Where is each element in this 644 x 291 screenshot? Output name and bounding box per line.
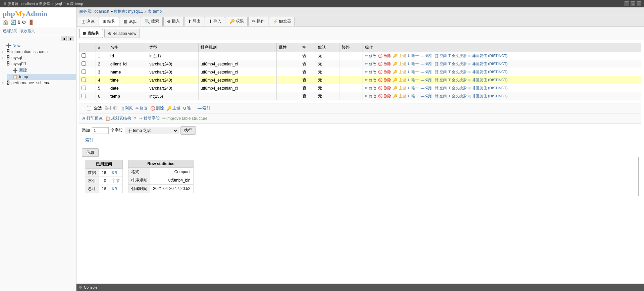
action-primary-btn[interactable]: 🔑 主键 — [167, 105, 180, 111]
minimize-btn[interactable]: ─ — [625, 1, 629, 6]
row-unique-0[interactable]: U 唯一 — [408, 54, 419, 58]
row-unique-1[interactable]: U 唯一 — [408, 62, 419, 66]
row-spatial-4[interactable]: ▦ 空间 — [435, 86, 447, 90]
row-delete-3[interactable]: 🚫 删除 — [378, 78, 391, 82]
row-fulltext-4[interactable]: T 全文搜索 — [448, 86, 467, 90]
row-unique-3[interactable]: U 唯一 — [408, 78, 419, 82]
row-index-4[interactable]: — 索引 — [421, 86, 433, 90]
row-distinct-5[interactable]: ⊞ 非重复值 (DISTINCT) — [468, 94, 507, 98]
row-modify-5[interactable]: ✏ 修改 — [365, 94, 376, 98]
row-index-2[interactable]: — 索引 — [421, 70, 433, 74]
row-primary-2[interactable]: 🔑 主键 — [393, 70, 406, 74]
index-link[interactable]: + 索引 — [82, 138, 93, 142]
row-primary-5[interactable]: 🔑 主键 — [393, 94, 406, 98]
breadcrumb-server[interactable]: 服务器: localhost — [79, 9, 109, 14]
improve-table-btn[interactable]: ✏ Improve table structure — [162, 116, 208, 121]
sidebar-item-new-table[interactable]: ➕ 新建 — [7, 67, 76, 74]
tab-browse[interactable]: ◫ 浏览 — [78, 17, 98, 26]
sub-tab-relation-view[interactable]: ⊕ Relation view — [104, 29, 140, 38]
row-unique-4[interactable]: U 唯一 — [408, 86, 419, 90]
expand-right-btn[interactable]: ► — [68, 36, 74, 41]
row-modify-2[interactable]: ✏ 修改 — [365, 70, 376, 74]
row-modify-4[interactable]: ✏ 修改 — [365, 86, 376, 90]
tab-sql[interactable]: ▦ SQL — [120, 17, 140, 26]
row-spatial-0[interactable]: ▦ 空间 — [435, 54, 447, 58]
sidebar-item-mysql[interactable]: + 🗄 mysql — [0, 55, 76, 61]
maximize-btn[interactable]: □ — [631, 1, 635, 6]
sidebar-item-mysql11[interactable]: − 🗄 mysql11 — [0, 61, 76, 67]
row-index-5[interactable]: — 索引 — [421, 94, 433, 98]
row-modify-3[interactable]: ✏ 修改 — [365, 78, 376, 82]
row-primary-1[interactable]: 🔑 主键 — [393, 62, 406, 66]
info-tab[interactable]: 信息 — [82, 148, 99, 157]
row-delete-2[interactable]: 🚫 删除 — [378, 70, 391, 74]
tab-triggers[interactable]: ⚡ 触发器 — [269, 17, 295, 26]
row-delete-4[interactable]: 🚫 删除 — [378, 86, 391, 90]
row-distinct-1[interactable]: ⊞ 非重复值 (DISTINCT) — [468, 62, 507, 66]
row-primary-4[interactable]: 🔑 主键 — [393, 86, 406, 90]
row-fulltext-0[interactable]: T 全文搜索 — [448, 54, 467, 58]
move-field-btn[interactable]: ↔ 移动字段 — [139, 115, 160, 121]
row-fulltext-1[interactable]: T 全文搜索 — [448, 62, 467, 66]
row-unique-2[interactable]: U 唯一 — [408, 70, 419, 74]
row-index-3[interactable]: — 索引 — [421, 78, 433, 82]
tab-export[interactable]: ⬆ 导出 — [184, 17, 204, 26]
close-btn[interactable]: ✕ — [637, 1, 641, 6]
row-distinct-2[interactable]: ⊞ 非重复值 (DISTINCT) — [468, 70, 507, 74]
collapse-left-btn[interactable]: ◄ — [61, 36, 67, 41]
row-checkbox-4[interactable] — [79, 84, 96, 92]
row-fulltext-3[interactable]: T 全文搜索 — [448, 78, 467, 82]
info-icon[interactable]: ℹ — [18, 19, 20, 25]
sidebar-item-performance-schema[interactable]: + 🗄 performance_schema — [0, 80, 76, 86]
action-modify-btn[interactable]: ✏ 修改 — [136, 105, 148, 111]
recent-link[interactable]: 近期访问 — [3, 29, 17, 34]
row-modify-1[interactable]: ✏ 修改 — [365, 62, 376, 66]
help-btn[interactable]: ? — [134, 116, 136, 121]
print-preview-btn[interactable]: 🖨 打印预览 — [82, 115, 103, 121]
new-label[interactable]: New — [12, 43, 20, 48]
row-checkbox-3[interactable] — [79, 76, 96, 84]
tab-structure[interactable]: ⊞ 结构 — [99, 17, 119, 26]
row-unique-5[interactable]: U 唯一 — [408, 94, 419, 98]
row-spatial-5[interactable]: ▦ 空间 — [435, 94, 447, 98]
row-fulltext-2[interactable]: T 全文搜索 — [448, 70, 467, 74]
exec-button[interactable]: 执行 — [180, 126, 196, 135]
arrow-icon[interactable]: 🔄 — [10, 19, 16, 25]
row-checkbox-1[interactable] — [79, 60, 96, 68]
row-primary-3[interactable]: 🔑 主键 — [393, 78, 406, 82]
row-spatial-3[interactable]: ▦ 空间 — [435, 78, 447, 82]
row-distinct-4[interactable]: ⊞ 非重复值 (DISTINCT) — [468, 86, 507, 90]
row-primary-0[interactable]: 🔑 主键 — [393, 54, 406, 58]
check-all-checkbox[interactable] — [87, 106, 91, 110]
tab-search[interactable]: 🔍 搜索 — [141, 17, 163, 26]
tab-operations[interactable]: ✏ 操作 — [248, 17, 268, 26]
settings-icon[interactable]: ⚙ — [22, 19, 26, 25]
action-browse-btn[interactable]: ◫ 浏览 — [120, 105, 133, 111]
sub-tab-table-structure[interactable]: ⊞ 表结构 — [79, 29, 103, 38]
row-checkbox-5[interactable] — [79, 92, 96, 100]
action-unique-btn[interactable]: U 唯一 — [183, 105, 195, 111]
row-delete-1[interactable]: 🚫 删除 — [378, 62, 391, 66]
action-index-btn[interactable]: — 索引 — [198, 105, 210, 111]
breadcrumb-database[interactable]: 数据库: mysql11 — [114, 9, 143, 14]
breadcrumb-table[interactable]: 表 temp — [148, 9, 162, 14]
row-spatial-2[interactable]: ▦ 空间 — [435, 70, 447, 74]
row-fulltext-5[interactable]: T 全文搜索 — [448, 94, 467, 98]
home-icon[interactable]: 🏠 — [3, 19, 8, 25]
sidebar-item-information-schema[interactable]: + 🗄 information_schema — [0, 49, 76, 55]
row-distinct-0[interactable]: ⊞ 非重复值 (DISTINCT) — [468, 54, 507, 58]
sidebar-item-temp[interactable]: + 📋 temp — [7, 74, 76, 80]
row-checkbox-0[interactable] — [79, 52, 96, 60]
row-delete-5[interactable]: 🚫 删除 — [378, 94, 391, 98]
add-quantity-input[interactable] — [92, 127, 109, 134]
plan-structure-btn[interactable]: 📋 规划表结构 — [105, 115, 131, 121]
row-index-1[interactable]: — 索引 — [421, 62, 433, 66]
logout-icon[interactable]: 🚪 — [28, 19, 34, 25]
row-distinct-3[interactable]: ⊞ 非重复值 (DISTINCT) — [468, 78, 507, 82]
row-delete-0[interactable]: 🚫 删除 — [378, 54, 391, 58]
action-delete-btn[interactable]: 🚫 删除 — [150, 105, 164, 111]
row-spatial-1[interactable]: ▦ 空间 — [435, 62, 447, 66]
row-index-0[interactable]: — 索引 — [421, 54, 433, 58]
sidebar-item-new[interactable]: ➕ New — [0, 43, 76, 49]
favorites-link[interactable]: 表收藏夹 — [20, 29, 35, 34]
